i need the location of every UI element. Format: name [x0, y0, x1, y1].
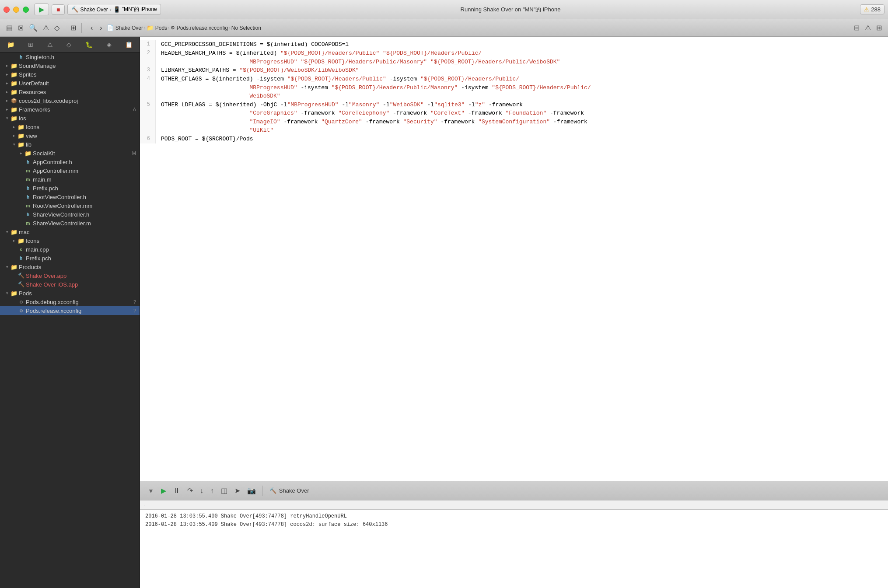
list-item[interactable]: 🔨 Shake Over.app [0, 271, 140, 280]
warning-badge[interactable]: ⚠ 288 [860, 4, 885, 14]
folder-icon: 📁 [17, 141, 24, 148]
folder-label: ios [19, 115, 140, 122]
tree-arrow [3, 228, 10, 235]
scheme-icon: 🔨 [71, 6, 78, 13]
maximize-button[interactable] [23, 7, 29, 13]
list-item[interactable]: 📁 Frameworks A [0, 105, 140, 114]
breadcrumb-item-xcconfig[interactable]: ⚙ Pods.release.xcconfig [171, 25, 228, 31]
list-item[interactable]: m AppController.mm [0, 166, 140, 175]
list-item[interactable]: m main.m [0, 175, 140, 184]
file-label: AppController.mm [33, 168, 140, 174]
list-item[interactable]: m ShareViewController.m [0, 219, 140, 228]
run-button[interactable]: ▶ [34, 4, 49, 15]
list-item[interactable]: c main.cpp [0, 245, 140, 254]
list-item[interactable]: 📁 view [0, 131, 140, 140]
search-button[interactable]: 🔍 [26, 22, 40, 34]
list-item[interactable]: 📦 cocos2d_libs.xcodeproj [0, 96, 140, 105]
list-item[interactable]: 📁 SocialKit M [0, 149, 140, 158]
tree-arrow [3, 97, 10, 104]
folder-icon: 📁 [10, 106, 17, 113]
debug-step-out-btn[interactable]: ↑ [208, 485, 217, 497]
file-label: Singleton.h [26, 54, 140, 60]
breakpoints-button[interactable]: ◇ [52, 22, 62, 34]
nav-source-btn[interactable]: ⊞ [25, 39, 36, 50]
breadcrumb-arrow-3: › [229, 25, 231, 31]
debug-split-btn[interactable]: ◫ [218, 485, 230, 497]
console-line: 2016-01-28 13:03:55.409 Shake Over[493:7… [145, 521, 883, 529]
debug-step-over-btn[interactable]: ↷ [185, 485, 196, 497]
list-item[interactable]: 📁 Pods [0, 289, 140, 298]
debug-continue-btn[interactable]: ▼ [145, 486, 157, 496]
nav-folder-btn[interactable]: 📁 [4, 39, 17, 50]
list-item[interactable]: 📁 ios [0, 114, 140, 122]
nav-forward-button[interactable]: › [97, 22, 105, 34]
list-item[interactable]: h AppController.h [0, 158, 140, 166]
file-label: Prefix.pch [33, 185, 140, 192]
nav-warning-btn[interactable]: ⚠ [45, 39, 56, 50]
list-item[interactable]: 📁 Sprites [0, 70, 140, 79]
list-item[interactable]: 📁 mac [0, 228, 140, 236]
sidebar-toggle-button[interactable]: ▤ [3, 22, 15, 34]
list-item[interactable]: h RootViewController.h [0, 192, 140, 201]
debug-pause-btn[interactable]: ⏸ [171, 485, 183, 497]
tree-arrow [3, 263, 10, 270]
stop-button[interactable]: ■ [52, 4, 65, 15]
scheme-arrow: › [110, 7, 112, 13]
list-item[interactable]: 📁 SoundManage [0, 61, 140, 70]
list-item[interactable]: h Prefix.pch [0, 184, 140, 192]
nav-log-btn[interactable]: 📋 [122, 39, 135, 50]
code-content[interactable]: 1 GCC_PREPROCESSOR_DEFINITIONS = $(inher… [140, 37, 888, 481]
file-label: RootViewController.mm [33, 203, 140, 209]
list-item[interactable]: h ShareViewController.h [0, 210, 140, 219]
list-item[interactable]: 📁 Icons [0, 236, 140, 245]
nav-debug-btn[interactable]: 🐛 [83, 39, 95, 50]
list-item[interactable]: 📁 Resources [0, 88, 140, 96]
breadcrumb-item-pods[interactable]: 📁 Pods [147, 24, 167, 31]
list-item[interactable]: 📁 lib [0, 140, 140, 149]
nav-breakpoint-btn[interactable]: ◈ [104, 39, 114, 50]
list-item[interactable]: 📁 Icons [0, 122, 140, 131]
play-icon: ▶ [39, 5, 44, 14]
editor-view-button[interactable]: ⊞ [68, 22, 79, 34]
list-item[interactable]: 📁 Products [0, 262, 140, 271]
close-button[interactable] [3, 7, 10, 13]
debug-run-btn[interactable]: ▶ [158, 485, 169, 497]
assistant-editor-button[interactable]: ⊠ [15, 22, 26, 34]
right-panel-icon: ⊟ [854, 24, 860, 32]
issues-button[interactable]: ⚠ [40, 22, 52, 34]
nav-test-btn[interactable]: ◇ [64, 39, 74, 50]
debug-camera-btn[interactable]: 📷 [245, 485, 259, 497]
list-item[interactable]: ⚙ Pods.debug.xcconfig ? [0, 298, 140, 306]
right-panel-toggle[interactable]: ⊟ [851, 22, 862, 34]
folder-icon: 📁 [10, 115, 17, 122]
folder-label: view [26, 133, 140, 139]
folder-icon: 📁 [10, 290, 17, 297]
app-icon: 🔨 [17, 281, 24, 288]
app-name-label: Shake Over [279, 487, 309, 494]
line-number: 6 [140, 135, 156, 144]
list-item[interactable]: ⚙ Pods.release.xcconfig ? [0, 306, 140, 315]
line-number: 2 [140, 49, 156, 66]
minimize-button[interactable] [13, 7, 19, 13]
warnings-button-right[interactable]: ⚠ [862, 22, 874, 34]
list-item[interactable]: h Prefix.pch [0, 254, 140, 262]
debug-location-btn[interactable]: ➤ [232, 485, 243, 497]
app-label: Shake Over.app [26, 273, 140, 279]
line-content: OTHER_CFLAGS = $(inherited) -isystem "${… [156, 75, 888, 101]
xcconfig-icon: ⚙ [17, 298, 24, 305]
list-item[interactable]: h Singleton.h [0, 52, 140, 61]
list-item[interactable]: 🔨 Shake Over iOS.app [0, 280, 140, 289]
folder-label: lib [26, 141, 140, 148]
nav-back-button[interactable]: ‹ [88, 22, 95, 34]
code-line: 6 PODS_ROOT = ${SRCROOT}/Pods [140, 135, 888, 144]
line-number: 3 [140, 66, 156, 75]
list-item[interactable]: 📁 UserDefault [0, 79, 140, 88]
expand-button[interactable]: ⊞ [874, 22, 885, 34]
scheme-selector[interactable]: 🔨 Shake Over › 📱 "MN"的 iPhone [67, 4, 161, 15]
m-file-icon: m [24, 202, 31, 209]
code-editor[interactable]: 1 GCC_PREPROCESSOR_DEFINITIONS = $(inher… [140, 37, 888, 481]
debug-step-into-btn[interactable]: ↓ [197, 485, 206, 497]
breadcrumb-item-project[interactable]: 📄 Shake Over [107, 24, 143, 31]
line-number: 5 [140, 101, 156, 135]
list-item[interactable]: m RootViewController.mm [0, 201, 140, 210]
